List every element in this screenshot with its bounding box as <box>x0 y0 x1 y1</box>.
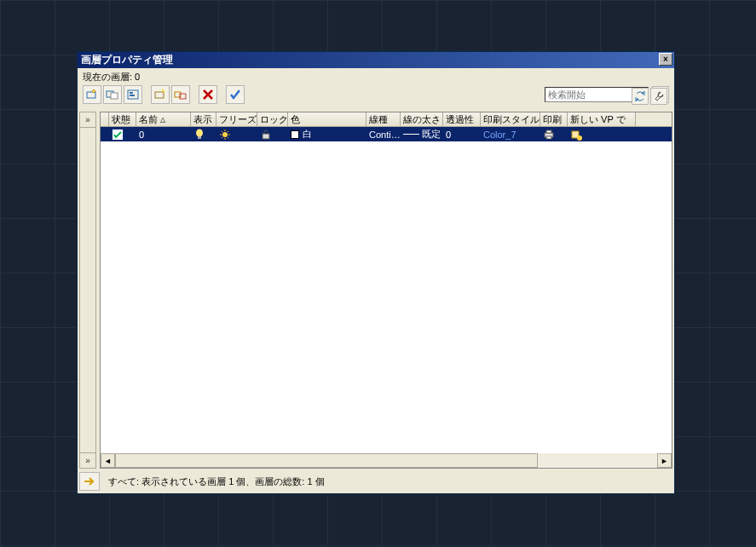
th-plot[interactable]: 印刷 <box>540 112 568 126</box>
cell-name[interactable]: 0 <box>136 127 191 141</box>
checkmark-icon <box>228 88 242 101</box>
unlock-icon <box>260 129 272 141</box>
th-state[interactable]: 状態 <box>109 112 136 126</box>
th-lineweight[interactable]: 線の太さ <box>401 112 443 126</box>
th-name[interactable]: 名前 △ <box>136 112 191 126</box>
th-transparency[interactable]: 透過性 <box>443 112 481 126</box>
cell-freeze[interactable] <box>216 127 257 141</box>
window-title: 画層プロパティ管理 <box>81 53 173 67</box>
status-text: すべて: 表示されている画層 1 個、画層の総数: 1 個 <box>105 475 325 488</box>
current-layer-label: 現在の画層: 0 <box>78 68 674 85</box>
th-plotstyle[interactable]: 印刷スタイル <box>481 112 540 126</box>
filter-icon <box>153 88 167 101</box>
cell-lock[interactable] <box>257 127 288 141</box>
th-gap[interactable] <box>101 112 109 126</box>
scroll-right-button[interactable]: ► <box>657 453 672 468</box>
table-header: 状態 名前 △ 表示 フリーズ ロック 色 線種 線の太さ 透過性 印刷スタイル… <box>101 112 672 127</box>
svg-point-12 <box>222 132 228 137</box>
delete-layer-button[interactable] <box>199 85 217 104</box>
settings-button[interactable] <box>650 88 667 105</box>
vp-freeze-icon <box>570 129 582 141</box>
expand-filter-top-button[interactable]: » <box>80 112 95 128</box>
svg-rect-13 <box>263 134 269 139</box>
new-layer-icon <box>85 88 99 101</box>
cell-lineweight[interactable]: 既定 <box>401 127 443 141</box>
group-filter-icon <box>174 88 188 101</box>
group-filter-button[interactable] <box>171 85 190 104</box>
layer-states-button[interactable] <box>124 85 142 104</box>
svg-rect-2 <box>111 93 118 99</box>
cell-linetype[interactable]: Conti… <box>366 127 401 141</box>
new-layer-button[interactable] <box>83 85 101 104</box>
invert-filter-button[interactable] <box>79 472 100 491</box>
close-button[interactable]: × <box>659 53 672 66</box>
refresh-icon <box>634 90 646 102</box>
svg-rect-11 <box>198 136 201 139</box>
scroll-left-button[interactable]: ◄ <box>101 453 115 468</box>
printer-icon <box>543 129 555 141</box>
current-check-icon <box>112 129 124 141</box>
th-color[interactable]: 色 <box>288 112 366 126</box>
lineweight-swatch <box>403 134 419 135</box>
cell-transparency[interactable]: 0 <box>443 127 481 141</box>
filter-button[interactable] <box>151 85 170 104</box>
cell-plot[interactable] <box>540 127 568 141</box>
cell-newvp[interactable] <box>568 127 636 141</box>
layer-states-icon <box>126 88 140 101</box>
cell-show[interactable] <box>191 127 216 141</box>
layer-row[interactable]: 0 白 <box>101 127 672 141</box>
arrow-right-icon <box>83 475 96 487</box>
th-lock[interactable]: ロック <box>257 112 288 126</box>
svg-rect-15 <box>546 130 551 133</box>
cell-color[interactable]: 白 <box>288 127 366 141</box>
new-layer-vp-button[interactable] <box>103 85 122 104</box>
th-freeze[interactable]: フリーズ <box>216 112 257 126</box>
wrench-icon <box>653 90 665 102</box>
th-name-label: 名前 <box>139 113 158 126</box>
th-show[interactable]: 表示 <box>191 112 216 126</box>
color-name: 白 <box>303 128 312 141</box>
lineweight-label: 既定 <box>422 128 441 141</box>
new-layer-vp-icon <box>106 88 119 101</box>
set-current-button[interactable] <box>226 85 245 104</box>
th-newvp[interactable]: 新しい VP で <box>568 112 636 126</box>
titlebar[interactable]: 画層プロパティ管理 × <box>78 52 674 68</box>
delete-x-icon <box>201 88 215 101</box>
refresh-button[interactable] <box>632 88 649 105</box>
th-linetype[interactable]: 線種 <box>366 112 401 126</box>
horizontal-scrollbar[interactable]: ◄ ► <box>101 453 672 468</box>
sort-asc-icon: △ <box>160 116 165 124</box>
svg-rect-5 <box>130 95 135 96</box>
svg-rect-6 <box>155 92 164 98</box>
svg-rect-4 <box>130 92 133 94</box>
svg-point-18 <box>577 135 582 141</box>
cell-plotstyle[interactable]: Color_7 <box>481 127 540 141</box>
scroll-track[interactable] <box>115 453 657 468</box>
scroll-thumb[interactable] <box>115 453 538 468</box>
color-swatch-white <box>291 130 299 139</box>
sun-icon <box>219 129 231 141</box>
layer-properties-dialog: 画層プロパティ管理 × 現在の画層: 0 <box>77 51 675 494</box>
layer-table: 状態 名前 △ 表示 フリーズ ロック 色 線種 線の太さ 透過性 印刷スタイル… <box>100 112 672 469</box>
body-area: » » 状態 名前 △ 表示 フリーズ ロック 色 線種 線の太さ 透過性 印刷… <box>79 112 672 469</box>
status-row: すべて: 表示されている画層 1 個、画層の総数: 1 個 <box>79 471 672 492</box>
svg-point-10 <box>196 129 203 136</box>
svg-rect-16 <box>546 136 551 139</box>
cell-state[interactable] <box>109 127 136 141</box>
filter-panel-collapsed: » » <box>79 112 96 469</box>
expand-filter-bottom-button[interactable]: » <box>80 452 95 468</box>
toolbar <box>78 85 674 107</box>
lightbulb-on-icon <box>193 129 205 141</box>
